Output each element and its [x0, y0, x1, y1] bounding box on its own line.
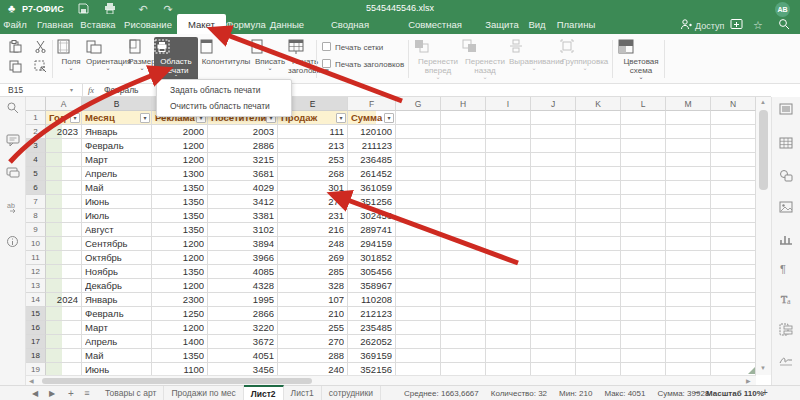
- cell[interactable]: 305456: [351, 265, 392, 279]
- zoom-in-button[interactable]: +: [762, 387, 768, 398]
- menu-item-set-print-area[interactable]: Задать область печати: [157, 82, 291, 98]
- cell[interactable]: 2003: [211, 125, 274, 139]
- shape-settings-icon[interactable]: [779, 169, 794, 184]
- cell[interactable]: 111: [281, 125, 344, 139]
- cell[interactable]: 1250: [155, 307, 204, 321]
- cell[interactable]: 358967: [351, 279, 392, 293]
- cell[interactable]: 231: [281, 209, 344, 223]
- menu-tab-8[interactable]: Сводная таблица: [312, 16, 388, 34]
- scroll-left-icon[interactable]: ◀: [29, 377, 34, 384]
- zoom-level[interactable]: Масштаб 110%: [706, 388, 764, 399]
- signature-settings-icon[interactable]: [779, 353, 794, 368]
- row-header-16[interactable]: 16: [26, 321, 46, 335]
- cell[interactable]: 2300: [155, 293, 204, 307]
- cell[interactable]: 351256: [351, 195, 392, 209]
- image-settings-icon[interactable]: [779, 201, 794, 216]
- cell[interactable]: 361059: [351, 181, 392, 195]
- column-header-B[interactable]: B: [82, 97, 152, 111]
- cell[interactable]: 3381: [211, 209, 274, 223]
- favorites-star-icon[interactable]: ☆: [753, 18, 763, 32]
- cell[interactable]: 1300: [155, 167, 204, 181]
- row-header-7[interactable]: 7: [26, 195, 46, 209]
- menu-tab-10[interactable]: Защита: [482, 16, 522, 34]
- table-settings-icon[interactable]: [779, 137, 794, 152]
- cell[interactable]: Март: [85, 321, 148, 335]
- row-header-9[interactable]: 9: [26, 223, 46, 237]
- cell[interactable]: 1350: [155, 223, 204, 237]
- cell[interactable]: 2023: [49, 125, 78, 139]
- cell[interactable]: Август: [85, 223, 148, 237]
- sheet-tab-5[interactable]: сотрудники: [322, 386, 381, 400]
- zoom-out-button[interactable]: −: [694, 387, 700, 398]
- cell[interactable]: 1200: [155, 279, 204, 293]
- column-header-H[interactable]: H: [441, 97, 486, 111]
- checkbox-box[interactable]: [322, 59, 331, 68]
- name-box[interactable]: B15: [8, 85, 23, 95]
- cell[interactable]: 302456: [351, 209, 392, 223]
- document-title[interactable]: 5545445546.xlsx: [0, 3, 800, 13]
- cell[interactable]: Январь: [85, 125, 148, 139]
- cell[interactable]: 3220: [211, 321, 274, 335]
- sheet-tab-4[interactable]: Лист1: [284, 386, 322, 400]
- prev-sheet-icon[interactable]: ◀: [28, 388, 42, 399]
- cell[interactable]: 248: [281, 237, 344, 251]
- cell[interactable]: Февраль: [85, 307, 148, 321]
- cell[interactable]: 210: [281, 307, 344, 321]
- row-header-19[interactable]: 19: [26, 363, 46, 375]
- cell[interactable]: 4029: [211, 181, 274, 195]
- cell[interactable]: 352156: [351, 363, 392, 375]
- cell[interactable]: 301852: [351, 251, 392, 265]
- cell[interactable]: Январь: [85, 293, 148, 307]
- page-size-button[interactable]: Размер⌄: [128, 37, 156, 81]
- comments-icon[interactable]: [6, 134, 21, 149]
- cell[interactable]: Апрель: [85, 335, 148, 349]
- scroll-right-icon[interactable]: ▶: [746, 377, 751, 384]
- cell[interactable]: Ноябрь: [85, 265, 148, 279]
- cell[interactable]: Апрель: [85, 167, 148, 181]
- row-header-6[interactable]: 6: [26, 181, 46, 195]
- next-sheet-icon[interactable]: ▶: [45, 388, 59, 399]
- cell[interactable]: 1200: [155, 321, 204, 335]
- column-header-M[interactable]: M: [666, 97, 711, 111]
- cell[interactable]: 4085: [211, 265, 274, 279]
- cell[interactable]: 120100: [351, 125, 392, 139]
- access-button[interactable]: Доступ: [695, 19, 724, 33]
- cell[interactable]: 2886: [211, 139, 274, 153]
- column-header-A[interactable]: A: [46, 97, 82, 111]
- filter-button[interactable]: ▾: [384, 113, 394, 123]
- cell[interactable]: 301: [281, 181, 344, 195]
- row-header-17[interactable]: 17: [26, 335, 46, 349]
- scroll-down-icon[interactable]: ▼: [760, 365, 766, 371]
- scale-to-fit-button[interactable]: Вписать⌄: [250, 37, 290, 81]
- name-box-chevron-icon[interactable]: ▾: [70, 86, 73, 93]
- column-header-K[interactable]: K: [576, 97, 621, 111]
- cell[interactable]: 3456: [211, 363, 274, 375]
- menu-tab-4[interactable]: Рисование: [121, 16, 175, 34]
- cell[interactable]: 255: [281, 321, 344, 335]
- about-icon[interactable]: [6, 235, 21, 250]
- hscroll-thumb[interactable]: [42, 378, 312, 384]
- horizontal-scrollbar[interactable]: ◀ ▶: [26, 375, 756, 385]
- row-header-1[interactable]: 1: [26, 111, 46, 125]
- paragraph-settings-icon[interactable]: ¶: [780, 263, 795, 278]
- cut-icon[interactable]: [34, 40, 47, 53]
- cell[interactable]: 262052: [351, 335, 392, 349]
- cell[interactable]: 236485: [351, 153, 392, 167]
- checkbox-print-headings[interactable]: Печать заголовков: [322, 59, 404, 71]
- cell[interactable]: 1400: [155, 335, 204, 349]
- cell[interactable]: Октябрь: [85, 251, 148, 265]
- cell[interactable]: 3215: [211, 153, 274, 167]
- cell[interactable]: 1200: [155, 139, 204, 153]
- scroll-up-icon[interactable]: ▲: [760, 99, 766, 105]
- row-header-12[interactable]: 12: [26, 265, 46, 279]
- cell[interactable]: 285: [281, 265, 344, 279]
- chat-icon[interactable]: [6, 167, 21, 182]
- menu-tab-5[interactable]: Макет: [177, 14, 226, 34]
- cell[interactable]: 253: [281, 153, 344, 167]
- slicer-settings-icon[interactable]: [779, 323, 794, 338]
- menu-tab-3[interactable]: Вставка: [76, 16, 120, 34]
- cell[interactable]: 2000: [155, 125, 204, 139]
- spellcheck-icon[interactable]: ab: [6, 200, 21, 215]
- menu-tab-6[interactable]: Формула: [226, 16, 263, 34]
- sheet-tab-3[interactable]: Лист2: [244, 385, 284, 400]
